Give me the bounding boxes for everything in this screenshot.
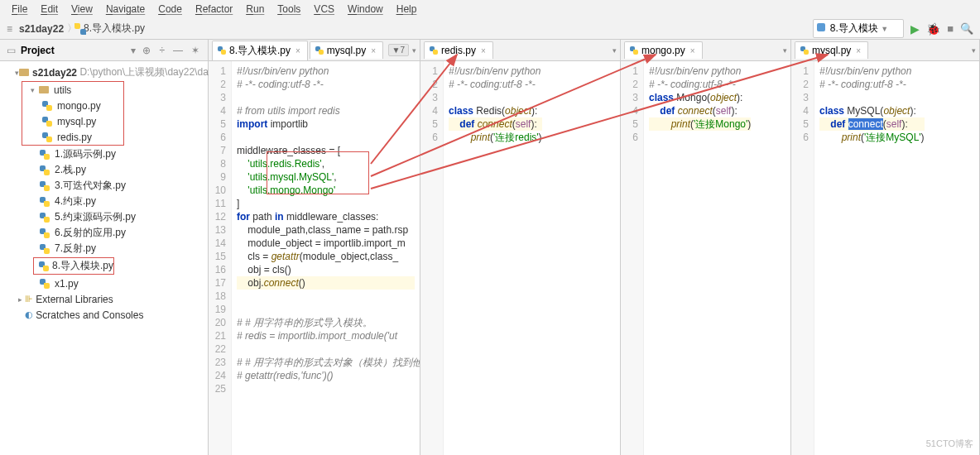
watermark: 51CTO博客	[926, 438, 973, 450]
scroll-from-source-icon[interactable]: ⊕	[141, 45, 152, 56]
gutter: 1 2 3 4 5 6 7 8 9 10 11 12 13 14 15 16 1…	[209, 61, 232, 455]
breadcrumb-file[interactable]: 8.导入模块.py	[84, 22, 145, 36]
run-config-selector[interactable]: 8.导入模块 ▼	[813, 19, 904, 38]
close-icon[interactable]: ×	[295, 46, 300, 55]
folder-icon	[19, 69, 29, 76]
project-tree: ▾s21day22 D:\python\上课视频\day22\day22 ▾ut…	[0, 61, 208, 326]
menu-code[interactable]: Code	[153, 2, 187, 17]
close-icon[interactable]: ×	[371, 46, 376, 55]
tree-file[interactable]: 2.栈.py	[0, 162, 208, 178]
project-title: Project	[21, 45, 126, 56]
gutter: 1 2 3 4 5 6	[621, 61, 644, 455]
toolbar-right: 8.导入模块 ▼ ▶ 🐞 ■ 🔍	[813, 19, 973, 38]
code-body[interactable]: #!/usr/bin/env python # -*- coding:utf-8…	[644, 61, 756, 455]
menu-view[interactable]: View	[66, 2, 98, 17]
annotation-box-utils: ▾utils mongo.py mysql.py redis.py	[22, 81, 124, 146]
tree-scratches[interactable]: ◐ Scratches and Consoles	[0, 307, 208, 323]
breadcrumb: ≡ s21day22 〉 8.导入模块.py	[7, 22, 145, 36]
menu-file[interactable]: File	[7, 2, 32, 17]
code-body[interactable]: #!/usr/bin/env python # -*- coding:utf-8…	[232, 61, 420, 455]
gutter: 1 2 3 4 5 6	[791, 61, 814, 455]
chevron-down-icon[interactable]: ▾	[783, 46, 787, 55]
close-icon[interactable]: ×	[481, 46, 486, 55]
stop-button[interactable]: ■	[947, 22, 954, 35]
tree-file-current[interactable]: 8.导入模块.py	[34, 258, 113, 274]
tree-file[interactable]: 4.约束.py	[0, 194, 208, 209]
chevron-down-icon[interactable]: ▾	[612, 46, 617, 55]
gear-icon[interactable]: ✶	[190, 45, 201, 56]
tree-file[interactable]: 7.反射.py	[0, 241, 208, 256]
editor-pane-2: mongo.py× ▾ 1 2 3 4 5 6 #!/usr/bin/env p…	[621, 40, 791, 455]
python-file-icon	[430, 46, 438, 55]
menu-run[interactable]: Run	[241, 2, 269, 17]
tab-mongo[interactable]: mongo.py×	[624, 41, 703, 59]
code-body[interactable]: #!/usr/bin/env python # -*- coding:utf-8…	[444, 61, 547, 455]
menu-window[interactable]: Window	[343, 2, 388, 17]
tree-file[interactable]: 5.约束源码示例.py	[0, 209, 208, 225]
python-file-icon	[42, 117, 52, 127]
python-file-icon	[42, 101, 52, 111]
collapse-all-icon[interactable]: ÷	[157, 45, 166, 56]
project-tool-window: ▭ Project ▾ ⊕ ÷ — ✶ ▾s21day22 D:\python\…	[0, 40, 209, 455]
editor-pane-0: 8.导入模块.py× mysql.py× ▼7 ▾ 1 2 3 4 5 6 7 …	[209, 40, 420, 455]
python-file-icon	[40, 197, 50, 207]
menu-tools[interactable]: Tools	[272, 2, 305, 17]
tree-folder-utils[interactable]: ▾utils	[22, 82, 123, 98]
tab-mysql-2[interactable]: mysql.py×	[795, 41, 868, 59]
menu-navigate[interactable]: Navigate	[101, 2, 150, 17]
python-file-icon	[40, 150, 50, 160]
tree-file-mongo[interactable]: mongo.py	[22, 98, 123, 113]
hide-icon[interactable]: —	[171, 45, 185, 56]
library-icon: ⊪	[25, 294, 33, 304]
editor-pane-1: redis.py× ▾ 1 2 3 4 5 6 #!/usr/bin/env p…	[420, 40, 621, 455]
python-file-icon	[40, 213, 50, 223]
chevron-down-icon[interactable]: ▾	[131, 45, 136, 56]
python-file-icon	[39, 261, 49, 271]
python-file-icon	[40, 165, 50, 175]
tree-file-mysql[interactable]: mysql.py	[22, 113, 123, 129]
chevron-down-icon[interactable]: ▾	[412, 46, 416, 55]
tab-import-module[interactable]: 8.导入模块.py×	[212, 41, 308, 60]
tree-file-redis[interactable]: redis.py	[22, 129, 123, 145]
code-body[interactable]: #!/usr/bin/env python # -*- coding:utf-8…	[814, 61, 930, 455]
debug-button[interactable]: 🐞	[926, 22, 940, 36]
python-file-icon	[40, 228, 50, 238]
tree-file[interactable]: 1.源码示例.py	[0, 146, 208, 162]
tree-file[interactable]: x1.py	[0, 275, 208, 291]
python-file-icon	[630, 46, 638, 55]
python-file-icon	[315, 46, 324, 55]
navigation-bar: ≡ s21day22 〉 8.导入模块.py 8.导入模块 ▼ ▶ 🐞 ■ 🔍	[0, 18, 980, 40]
code-editor-2[interactable]: 1 2 3 4 5 6 #!/usr/bin/env python # -*- …	[621, 61, 790, 455]
tree-external-libraries[interactable]: ▸⊪ External Libraries	[0, 291, 208, 307]
python-file-icon	[40, 279, 50, 289]
search-icon[interactable]: 🔍	[960, 22, 973, 35]
editor-pane-3: mysql.py× ▾ 1 2 3 4 5 6 #!/usr/bin/env p…	[791, 40, 980, 455]
tree-root[interactable]: ▾s21day22 D:\python\上课视频\day22\day22	[0, 65, 208, 80]
code-editor-0[interactable]: 1 2 3 4 5 6 7 8 9 10 11 12 13 14 15 16 1…	[209, 61, 420, 455]
hidden-tabs-badge[interactable]: ▼7	[388, 44, 409, 56]
close-icon[interactable]: ×	[856, 46, 861, 55]
run-button[interactable]: ▶	[910, 22, 920, 36]
tab-mysql[interactable]: mysql.py×	[310, 41, 383, 59]
menu-vcs[interactable]: VCS	[309, 2, 339, 17]
menu-help[interactable]: Help	[392, 2, 422, 17]
python-file-icon	[42, 132, 52, 142]
python-file-icon	[40, 181, 50, 191]
python-file-icon	[40, 244, 50, 254]
menu-bar: File Edit View Navigate Code Refactor Ru…	[0, 0, 980, 18]
tab-bar-2: mongo.py× ▾	[621, 40, 790, 61]
close-icon[interactable]: ×	[690, 46, 695, 55]
code-editor-3[interactable]: 1 2 3 4 5 6 #!/usr/bin/env python # -*- …	[791, 61, 979, 455]
chevron-down-icon[interactable]: ▾	[972, 46, 976, 55]
breadcrumb-project[interactable]: s21day22	[19, 23, 64, 35]
tree-file[interactable]: 3.可迭代对象.py	[0, 178, 208, 194]
tab-bar-3: mysql.py× ▾	[791, 40, 979, 61]
code-editor-1[interactable]: 1 2 3 4 5 6 #!/usr/bin/env python # -*- …	[420, 61, 620, 455]
menu-edit[interactable]: Edit	[36, 2, 63, 17]
tree-file[interactable]: 6.反射的应用.py	[0, 225, 208, 241]
tab-redis[interactable]: redis.py×	[424, 41, 493, 59]
tab-bar-0: 8.导入模块.py× mysql.py× ▼7 ▾	[209, 40, 420, 61]
project-header: ▭ Project ▾ ⊕ ÷ — ✶	[0, 40, 208, 61]
python-file-icon	[218, 46, 226, 55]
menu-refactor[interactable]: Refactor	[190, 2, 238, 17]
